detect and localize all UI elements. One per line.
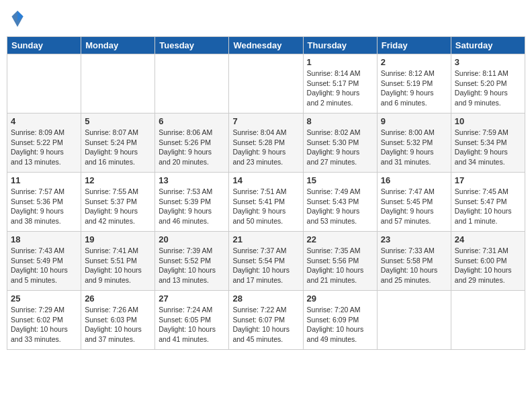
calendar-cell: 2Sunrise: 8:12 AM Sunset: 5:19 PM Daylig… <box>377 54 451 113</box>
cell-info: Sunrise: 7:29 AM Sunset: 6:02 PM Dayligh… <box>11 305 77 345</box>
day-number: 11 <box>11 175 77 185</box>
calendar-header-row: SundayMondayTuesdayWednesdayThursdayFrid… <box>7 37 525 54</box>
calendar-cell: 5Sunrise: 8:07 AM Sunset: 5:24 PM Daylig… <box>81 113 155 173</box>
day-number: 29 <box>307 293 373 304</box>
week-row-5: 25Sunrise: 7:29 AM Sunset: 6:02 PM Dayli… <box>7 291 525 350</box>
cell-info: Sunrise: 7:45 AM Sunset: 5:47 PM Dayligh… <box>455 187 521 226</box>
cell-info: Sunrise: 7:31 AM Sunset: 6:00 PM Dayligh… <box>455 246 521 285</box>
cell-info: Sunrise: 7:39 AM Sunset: 5:52 PM Dayligh… <box>159 246 225 285</box>
day-number: 10 <box>455 116 521 126</box>
day-number: 1 <box>307 57 373 67</box>
logo-icon <box>11 11 24 27</box>
calendar-cell: 25Sunrise: 7:29 AM Sunset: 6:02 PM Dayli… <box>7 291 81 350</box>
day-number: 16 <box>381 175 447 185</box>
day-number: 9 <box>381 116 447 126</box>
cell-info: Sunrise: 7:35 AM Sunset: 5:56 PM Dayligh… <box>307 246 373 285</box>
day-number: 27 <box>159 293 225 304</box>
day-number: 22 <box>307 234 373 244</box>
cell-info: Sunrise: 7:53 AM Sunset: 5:39 PM Dayligh… <box>159 187 225 226</box>
calendar-cell: 7Sunrise: 8:04 AM Sunset: 5:28 PM Daylig… <box>229 113 303 173</box>
calendar-cell: 29Sunrise: 7:20 AM Sunset: 6:09 PM Dayli… <box>303 291 377 350</box>
cell-info: Sunrise: 7:59 AM Sunset: 5:34 PM Dayligh… <box>455 128 521 167</box>
cell-info: Sunrise: 7:43 AM Sunset: 5:49 PM Dayligh… <box>11 246 77 285</box>
column-header-friday: Friday <box>377 37 451 54</box>
page-header <box>7 7 525 31</box>
calendar-cell: 10Sunrise: 7:59 AM Sunset: 5:34 PM Dayli… <box>451 113 525 173</box>
calendar-cell: 20Sunrise: 7:39 AM Sunset: 5:52 PM Dayli… <box>155 232 229 291</box>
day-number: 5 <box>85 116 151 126</box>
calendar-cell: 17Sunrise: 7:45 AM Sunset: 5:47 PM Dayli… <box>451 173 525 232</box>
calendar-cell: 13Sunrise: 7:53 AM Sunset: 5:39 PM Dayli… <box>155 173 229 232</box>
cell-info: Sunrise: 7:22 AM Sunset: 6:07 PM Dayligh… <box>232 305 299 345</box>
calendar-cell: 9Sunrise: 8:00 AM Sunset: 5:32 PM Daylig… <box>377 113 451 173</box>
cell-info: Sunrise: 7:57 AM Sunset: 5:36 PM Dayligh… <box>11 187 77 226</box>
column-header-tuesday: Tuesday <box>155 37 229 54</box>
calendar-cell <box>7 54 81 113</box>
day-number: 24 <box>455 234 521 244</box>
day-number: 19 <box>85 234 151 244</box>
day-number: 25 <box>11 293 77 304</box>
calendar-cell: 18Sunrise: 7:43 AM Sunset: 5:49 PM Dayli… <box>7 232 81 291</box>
cell-info: Sunrise: 8:11 AM Sunset: 5:20 PM Dayligh… <box>455 68 521 108</box>
day-number: 2 <box>381 57 447 67</box>
day-number: 7 <box>232 116 299 126</box>
cell-info: Sunrise: 7:51 AM Sunset: 5:41 PM Dayligh… <box>232 187 299 226</box>
day-number: 6 <box>159 116 225 126</box>
day-number: 4 <box>11 116 77 126</box>
cell-info: Sunrise: 7:41 AM Sunset: 5:51 PM Dayligh… <box>85 246 151 285</box>
cell-info: Sunrise: 7:49 AM Sunset: 5:43 PM Dayligh… <box>307 187 373 226</box>
day-number: 28 <box>232 293 299 304</box>
day-number: 17 <box>455 175 521 185</box>
day-number: 14 <box>232 175 299 185</box>
calendar-cell: 12Sunrise: 7:55 AM Sunset: 5:37 PM Dayli… <box>81 173 155 232</box>
cell-info: Sunrise: 7:37 AM Sunset: 5:54 PM Dayligh… <box>232 246 299 285</box>
calendar-cell: 21Sunrise: 7:37 AM Sunset: 5:54 PM Dayli… <box>229 232 303 291</box>
calendar-cell: 23Sunrise: 7:33 AM Sunset: 5:58 PM Dayli… <box>377 232 451 291</box>
week-row-4: 18Sunrise: 7:43 AM Sunset: 5:49 PM Dayli… <box>7 232 525 291</box>
column-header-thursday: Thursday <box>303 37 377 54</box>
cell-info: Sunrise: 8:09 AM Sunset: 5:22 PM Dayligh… <box>11 128 77 167</box>
calendar-cell: 4Sunrise: 8:09 AM Sunset: 5:22 PM Daylig… <box>7 113 81 173</box>
day-number: 15 <box>307 175 373 185</box>
calendar-cell <box>155 54 229 113</box>
calendar-cell: 28Sunrise: 7:22 AM Sunset: 6:07 PM Dayli… <box>229 291 303 350</box>
calendar-cell: 3Sunrise: 8:11 AM Sunset: 5:20 PM Daylig… <box>451 54 525 113</box>
calendar-cell: 14Sunrise: 7:51 AM Sunset: 5:41 PM Dayli… <box>229 173 303 232</box>
week-row-1: 1Sunrise: 8:14 AM Sunset: 5:17 PM Daylig… <box>7 54 525 113</box>
cell-info: Sunrise: 8:07 AM Sunset: 5:24 PM Dayligh… <box>85 128 151 167</box>
calendar-cell <box>81 54 155 113</box>
calendar-cell: 27Sunrise: 7:24 AM Sunset: 6:05 PM Dayli… <box>155 291 229 350</box>
day-number: 13 <box>159 175 225 185</box>
calendar-cell: 15Sunrise: 7:49 AM Sunset: 5:43 PM Dayli… <box>303 173 377 232</box>
calendar-cell: 16Sunrise: 7:47 AM Sunset: 5:45 PM Dayli… <box>377 173 451 232</box>
cell-info: Sunrise: 7:24 AM Sunset: 6:05 PM Dayligh… <box>159 305 225 345</box>
calendar-table: SundayMondayTuesdayWednesdayThursdayFrid… <box>7 36 525 350</box>
calendar-cell: 24Sunrise: 7:31 AM Sunset: 6:00 PM Dayli… <box>451 232 525 291</box>
cell-info: Sunrise: 8:06 AM Sunset: 5:26 PM Dayligh… <box>159 128 225 167</box>
calendar-cell: 8Sunrise: 8:02 AM Sunset: 5:30 PM Daylig… <box>303 113 377 173</box>
cell-info: Sunrise: 8:14 AM Sunset: 5:17 PM Dayligh… <box>307 68 373 108</box>
week-row-2: 4Sunrise: 8:09 AM Sunset: 5:22 PM Daylig… <box>7 113 525 173</box>
column-header-sunday: Sunday <box>7 37 81 54</box>
cell-info: Sunrise: 7:26 AM Sunset: 6:03 PM Dayligh… <box>85 305 151 345</box>
day-number: 26 <box>85 293 151 304</box>
cell-info: Sunrise: 8:04 AM Sunset: 5:28 PM Dayligh… <box>232 128 299 167</box>
day-number: 12 <box>85 175 151 185</box>
column-header-monday: Monday <box>81 37 155 54</box>
cell-info: Sunrise: 8:00 AM Sunset: 5:32 PM Dayligh… <box>381 128 447 167</box>
column-header-saturday: Saturday <box>451 37 525 54</box>
column-header-wednesday: Wednesday <box>229 37 303 54</box>
cell-info: Sunrise: 8:02 AM Sunset: 5:30 PM Dayligh… <box>307 128 373 167</box>
cell-info: Sunrise: 7:20 AM Sunset: 6:09 PM Dayligh… <box>307 305 373 345</box>
cell-info: Sunrise: 7:55 AM Sunset: 5:37 PM Dayligh… <box>85 187 151 226</box>
day-number: 3 <box>455 57 521 67</box>
day-number: 20 <box>159 234 225 244</box>
logo <box>9 11 24 27</box>
calendar-cell <box>229 54 303 113</box>
cell-info: Sunrise: 7:47 AM Sunset: 5:45 PM Dayligh… <box>381 187 447 226</box>
calendar-cell <box>377 291 451 350</box>
calendar-cell: 22Sunrise: 7:35 AM Sunset: 5:56 PM Dayli… <box>303 232 377 291</box>
calendar-cell: 1Sunrise: 8:14 AM Sunset: 5:17 PM Daylig… <box>303 54 377 113</box>
calendar-cell <box>451 291 525 350</box>
cell-info: Sunrise: 7:33 AM Sunset: 5:58 PM Dayligh… <box>381 246 447 285</box>
